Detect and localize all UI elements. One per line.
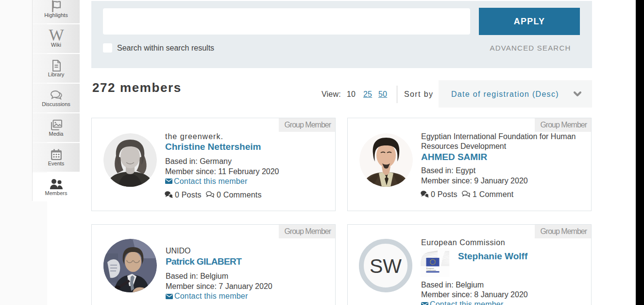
svg-text:W: W bbox=[49, 28, 64, 42]
svg-text:Commission: Commission bbox=[426, 269, 436, 271]
